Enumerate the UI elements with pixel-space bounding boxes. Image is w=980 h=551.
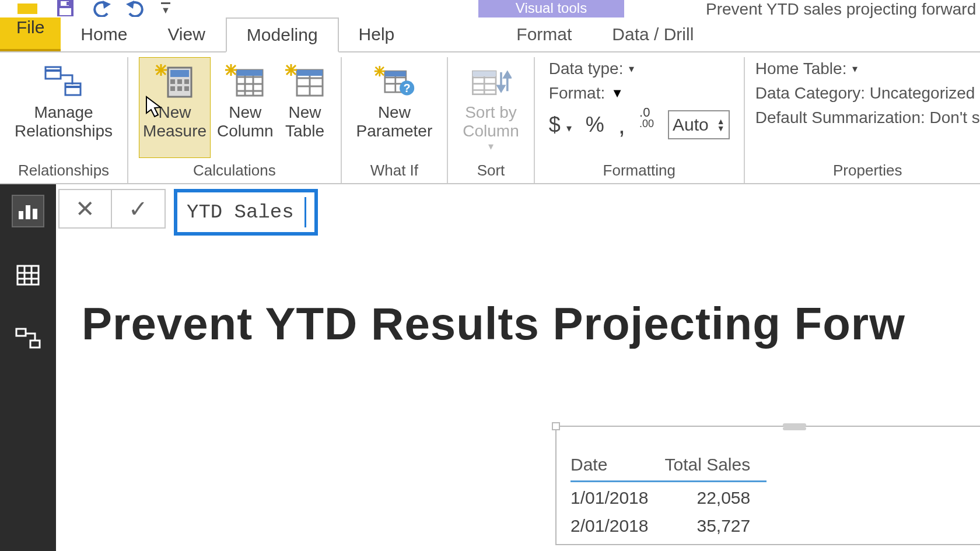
group-relationships-label: Relationships bbox=[18, 158, 109, 180]
percent-format-button[interactable]: % bbox=[586, 113, 604, 137]
cell-total: 22,058 bbox=[664, 482, 766, 511]
tab-data-drill-label: Data / Drill bbox=[612, 24, 694, 44]
new-measure-button[interactable]: New Measure bbox=[139, 57, 211, 158]
table-icon bbox=[16, 265, 40, 286]
data-type-dropdown[interactable]: Data type: ▾ bbox=[549, 59, 730, 78]
visual-tools-context-tab[interactable]: Visual tools bbox=[478, 0, 624, 17]
report-canvas[interactable]: Prevent YTD Results Projecting Forw Date… bbox=[65, 251, 980, 551]
data-category-label: Data Category: Uncategorized bbox=[755, 84, 975, 103]
svg-rect-3 bbox=[66, 2, 69, 5]
svg-rect-2 bbox=[60, 8, 71, 15]
group-relationships: Manage Relationships Relationships bbox=[0, 57, 128, 183]
check-icon: ✓ bbox=[128, 195, 148, 222]
decimal-places-stepper[interactable]: Auto ▲▼ bbox=[668, 110, 730, 139]
format-dropdown[interactable]: Format: ▼ bbox=[549, 84, 730, 103]
context-tab-label: Visual tools bbox=[516, 0, 587, 16]
new-measure-icon bbox=[154, 61, 196, 103]
group-whatif-label: What If bbox=[370, 158, 418, 180]
formula-input-wrapper[interactable] bbox=[174, 189, 318, 236]
tab-modeling[interactable]: Modeling bbox=[226, 17, 339, 52]
new-column-label: New Column bbox=[217, 103, 273, 141]
model-view-button[interactable] bbox=[13, 324, 43, 355]
app-badge-icon bbox=[18, 3, 37, 14]
page-title: Prevent YTD Results Projecting Forw bbox=[82, 297, 980, 350]
svg-marker-62 bbox=[505, 72, 511, 78]
tab-help-label: Help bbox=[359, 24, 395, 44]
sort-by-column-button[interactable]: Sort by Column ▾ bbox=[459, 57, 523, 158]
cell-total: 35,727 bbox=[664, 510, 766, 538]
manage-relationships-button[interactable]: Manage Relationships bbox=[10, 57, 117, 158]
undo-icon[interactable] bbox=[89, 1, 112, 17]
ribbon-body: Manage Relationships Relationships New M… bbox=[0, 52, 980, 184]
chevron-down-icon: ▾ bbox=[566, 122, 572, 134]
data-view-button[interactable] bbox=[13, 260, 43, 290]
group-formatting-label: Formatting bbox=[603, 158, 676, 180]
format-label: Format: bbox=[549, 84, 605, 103]
col-header-total-sales[interactable]: Total Sales bbox=[664, 451, 766, 482]
formula-input[interactable] bbox=[186, 201, 302, 224]
new-table-button[interactable]: New Table bbox=[280, 57, 330, 158]
tab-modeling-label: Modeling bbox=[247, 25, 318, 45]
new-measure-label: New Measure bbox=[143, 103, 206, 141]
svg-rect-13 bbox=[177, 79, 182, 84]
model-icon bbox=[15, 328, 41, 351]
svg-rect-15 bbox=[170, 86, 175, 91]
decimal-places-icon[interactable]: .0.00 bbox=[639, 110, 654, 140]
table-row[interactable]: 2/01/2018 35,727 bbox=[570, 510, 766, 538]
data-category-dropdown[interactable]: Data Category: Uncategorized bbox=[755, 84, 980, 103]
svg-rect-72 bbox=[30, 341, 40, 348]
sort-by-column-label: Sort by Column bbox=[463, 103, 519, 141]
qat-customize-icon[interactable]: ▼ bbox=[161, 2, 170, 16]
svg-rect-71 bbox=[16, 329, 26, 336]
default-summarization-dropdown[interactable]: Default Summarization: Don't s bbox=[755, 108, 980, 127]
tab-format-label: Format bbox=[516, 24, 572, 44]
cell-date: 1/01/2018 bbox=[570, 482, 664, 511]
svg-rect-17 bbox=[184, 86, 189, 91]
group-whatif: ? New Parameter What If bbox=[342, 57, 449, 183]
new-parameter-button[interactable]: ? New Parameter bbox=[352, 57, 437, 158]
svg-rect-9 bbox=[65, 86, 80, 88]
new-column-button[interactable]: New Column bbox=[213, 57, 277, 158]
tab-view-label: View bbox=[167, 24, 205, 44]
svg-rect-58 bbox=[473, 71, 496, 76]
group-sort: Sort by Column ▾ Sort bbox=[448, 57, 534, 183]
col-header-date[interactable]: Date bbox=[570, 451, 664, 482]
default-summ-label: Default Summarization: Don't s bbox=[755, 108, 980, 127]
resize-handle-icon[interactable] bbox=[552, 422, 560, 430]
svg-marker-4 bbox=[103, 1, 111, 9]
home-table-label: Home Table: bbox=[755, 59, 847, 78]
thousands-separator-button[interactable]: , bbox=[618, 110, 625, 139]
manage-relationships-label: Manage Relationships bbox=[15, 103, 113, 141]
new-table-label: New Table bbox=[285, 103, 324, 141]
svg-rect-37 bbox=[297, 70, 323, 76]
tab-help[interactable]: Help bbox=[339, 17, 415, 51]
cancel-formula-button[interactable]: ✕ bbox=[60, 190, 112, 227]
tab-home[interactable]: Home bbox=[61, 17, 148, 51]
group-properties: Home Table: ▾ Data Category: Uncategoriz… bbox=[745, 57, 980, 183]
tab-view[interactable]: View bbox=[148, 17, 225, 51]
tab-file-label: File bbox=[16, 17, 44, 37]
svg-rect-63 bbox=[19, 211, 23, 219]
drag-handle-icon[interactable] bbox=[783, 423, 806, 427]
document-title: Prevent YTD sales projecting forward bbox=[706, 0, 976, 19]
currency-format-button[interactable]: $ ▾ bbox=[549, 113, 572, 137]
chevron-down-icon: ▾ bbox=[629, 62, 634, 75]
tab-file[interactable]: File bbox=[0, 17, 61, 51]
commit-formula-button[interactable]: ✓ bbox=[112, 190, 164, 227]
group-calculations: New Measure New Column bbox=[128, 57, 341, 183]
tab-data-drill[interactable]: Data / Drill bbox=[592, 17, 714, 51]
table-row[interactable]: 1/01/2018 22,058 bbox=[570, 482, 766, 511]
group-properties-label: Properties bbox=[833, 158, 902, 180]
tab-format[interactable]: Format bbox=[496, 17, 592, 51]
home-table-dropdown[interactable]: Home Table: ▾ bbox=[755, 59, 980, 78]
group-formatting: Data type: ▾ Format: ▼ $ ▾ % , .0.00 Aut… bbox=[535, 57, 745, 183]
report-view-button[interactable] bbox=[13, 196, 43, 226]
svg-rect-6 bbox=[46, 67, 61, 79]
save-icon[interactable] bbox=[56, 0, 76, 17]
table-visual[interactable]: Date Total Sales 1/01/2018 22,058 2/01/2… bbox=[555, 426, 980, 545]
svg-rect-64 bbox=[26, 205, 30, 219]
svg-marker-5 bbox=[126, 1, 134, 9]
ribbon-tab-strip: File Home View Modeling Help Format Data… bbox=[0, 17, 980, 52]
redo-icon[interactable] bbox=[125, 1, 148, 17]
chevron-down-icon: ▾ bbox=[852, 62, 858, 75]
